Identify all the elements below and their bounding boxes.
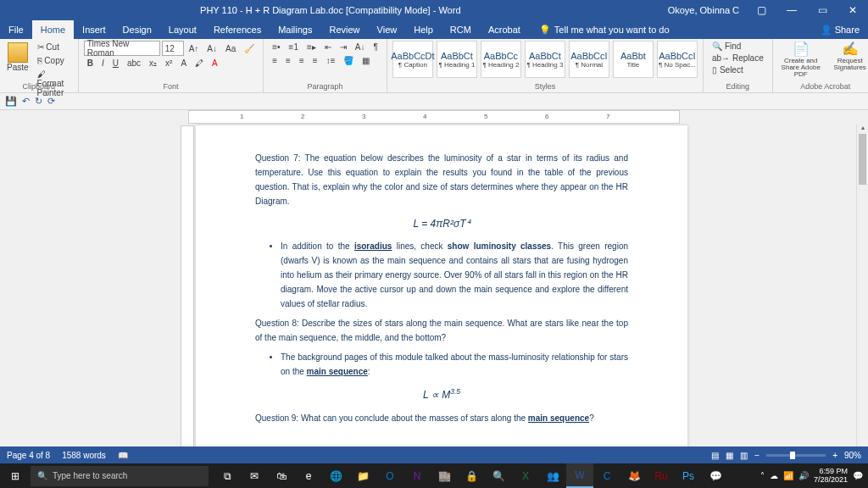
app-chat-icon[interactable]: 💬 bbox=[702, 463, 729, 488]
increase-indent-button[interactable]: ⇥ bbox=[337, 41, 350, 53]
bold-button[interactable]: B bbox=[84, 57, 97, 69]
horizontal-ruler[interactable]: 1234567 bbox=[0, 110, 868, 124]
font-color-button[interactable]: A bbox=[209, 57, 221, 69]
style-6[interactable]: AaBbCcI¶ No Spac... bbox=[657, 41, 698, 78]
multilevel-button[interactable]: ≡▸ bbox=[303, 41, 320, 53]
web-layout-button[interactable]: ▥ bbox=[740, 451, 748, 460]
app-search2-icon[interactable]: 🔍 bbox=[485, 463, 512, 488]
page-count[interactable]: Page 4 of 8 bbox=[7, 451, 50, 460]
shading-button[interactable]: 🪣 bbox=[340, 54, 357, 67]
tab-design[interactable]: Design bbox=[114, 20, 160, 39]
app-vscode-icon[interactable]: C bbox=[593, 463, 620, 488]
minimize-icon[interactable]: — bbox=[776, 4, 807, 16]
tab-home[interactable]: Home bbox=[32, 20, 74, 39]
undo-button[interactable]: ↶ bbox=[22, 96, 30, 107]
style-1[interactable]: AaBbCt¶ Heading 1 bbox=[437, 41, 477, 78]
style-3[interactable]: AaBbCt¶ Heading 3 bbox=[525, 41, 565, 78]
scroll-thumb[interactable] bbox=[859, 134, 866, 185]
app-ie-icon[interactable]: e bbox=[295, 463, 322, 488]
align-center-button[interactable]: ≡ bbox=[282, 54, 294, 67]
cut-button[interactable]: ✂ Cut bbox=[34, 41, 73, 53]
tray-chevron-icon[interactable]: ˄ bbox=[760, 471, 765, 480]
grow-font-button[interactable]: A↑ bbox=[186, 42, 203, 55]
print-layout-button[interactable]: ▦ bbox=[726, 451, 733, 460]
italic-button[interactable]: I bbox=[98, 57, 108, 69]
app-security-icon[interactable]: 🔒 bbox=[458, 463, 485, 488]
refresh-button[interactable]: ⟳ bbox=[47, 96, 55, 107]
save-button[interactable]: 💾 bbox=[5, 96, 17, 107]
tray-cloud-icon[interactable]: ☁ bbox=[770, 471, 778, 480]
change-case-button[interactable]: Aa bbox=[222, 42, 239, 55]
app-explorer-icon[interactable]: 📁 bbox=[349, 463, 376, 488]
justify-button[interactable]: ≡ bbox=[309, 54, 321, 67]
shrink-font-button[interactable]: A↓ bbox=[203, 42, 220, 55]
taskbar-clock[interactable]: 6:59 PM 7/28/2021 bbox=[814, 468, 848, 485]
style-5[interactable]: AaBbtTitle bbox=[613, 41, 654, 78]
bullets-button[interactable]: ≡• bbox=[269, 41, 283, 53]
scroll-up-icon[interactable]: ▴ bbox=[857, 124, 868, 134]
line-spacing-button[interactable]: ↕≡ bbox=[323, 54, 339, 67]
text-effects-button[interactable]: A bbox=[177, 57, 190, 69]
tab-insert[interactable]: Insert bbox=[74, 20, 114, 39]
subscript-button[interactable]: x₂ bbox=[146, 57, 160, 69]
borders-button[interactable]: ▦ bbox=[359, 54, 373, 67]
underline-button[interactable]: U bbox=[109, 57, 122, 69]
style-2[interactable]: AaBbCc¶ Heading 2 bbox=[481, 41, 521, 78]
sort-button[interactable]: A↓ bbox=[352, 41, 369, 53]
find-button[interactable]: 🔍 Find bbox=[709, 41, 767, 52]
tray-sound-icon[interactable]: 🔊 bbox=[798, 471, 809, 480]
adobe-request-icon[interactable]: ✍ bbox=[842, 41, 859, 57]
close-icon[interactable]: ✕ bbox=[837, 4, 868, 16]
style-4[interactable]: AaBbCcI¶ Normal bbox=[569, 41, 609, 78]
app-ps-icon[interactable]: Ps bbox=[675, 463, 702, 488]
tell-me-search[interactable]: 💡 Tell me what you want to do bbox=[539, 25, 670, 36]
tab-help[interactable]: Help bbox=[405, 20, 442, 39]
zoom-level[interactable]: 90% bbox=[844, 451, 861, 460]
start-button[interactable]: ⊞ bbox=[0, 470, 31, 482]
tray-wifi-icon[interactable]: 📶 bbox=[783, 471, 793, 480]
copy-button[interactable]: ⎘ Copy bbox=[34, 54, 73, 67]
spellcheck-icon[interactable]: 📖 bbox=[118, 451, 128, 460]
tab-review[interactable]: Review bbox=[321, 20, 369, 39]
tab-view[interactable]: View bbox=[369, 20, 406, 39]
app-firefox-icon[interactable]: 🦊 bbox=[620, 463, 648, 488]
numbering-button[interactable]: ≡1 bbox=[286, 41, 302, 53]
app-mail-icon[interactable]: ✉ bbox=[241, 463, 268, 488]
font-name-select[interactable]: Times New Roman bbox=[84, 41, 160, 56]
highlight-button[interactable]: 🖍 bbox=[192, 57, 207, 69]
tab-mailings[interactable]: Mailings bbox=[270, 20, 320, 39]
superscript-button[interactable]: x² bbox=[162, 57, 175, 69]
app-outlook-icon[interactable]: O bbox=[376, 463, 403, 488]
app-onenote-icon[interactable]: N bbox=[403, 463, 431, 488]
zoom-in-button[interactable]: + bbox=[832, 451, 837, 460]
document-page[interactable]: Question 7: The equation below describes… bbox=[196, 125, 687, 463]
share-button[interactable]: 👤 Share bbox=[812, 25, 868, 36]
align-left-button[interactable]: ≡ bbox=[269, 54, 281, 67]
app-teams-icon[interactable]: 👥 bbox=[539, 463, 566, 488]
align-right-button[interactable]: ≡ bbox=[296, 54, 308, 67]
select-button[interactable]: ▯ Select bbox=[709, 64, 767, 75]
tab-layout[interactable]: Layout bbox=[160, 20, 205, 39]
zoom-slider[interactable] bbox=[766, 454, 826, 457]
app-store-icon[interactable]: 🛍 bbox=[268, 463, 295, 488]
notifications-icon[interactable]: 💬 bbox=[853, 471, 863, 480]
strikethrough-button[interactable]: abc bbox=[124, 57, 144, 69]
show-marks-button[interactable]: ¶ bbox=[370, 41, 381, 53]
clear-formatting-button[interactable]: 🧹 bbox=[241, 42, 258, 55]
tab-rcm[interactable]: RCM bbox=[442, 20, 480, 39]
maximize-icon[interactable]: ▭ bbox=[807, 4, 837, 16]
font-size-select[interactable]: 12 bbox=[162, 41, 184, 56]
app-excel-icon[interactable]: X bbox=[512, 463, 539, 488]
tab-file[interactable]: File bbox=[0, 20, 32, 39]
ribbon-options-icon[interactable]: ▢ bbox=[746, 4, 776, 16]
app-store2-icon[interactable]: 🏬 bbox=[431, 463, 458, 488]
zoom-out-button[interactable]: − bbox=[754, 451, 760, 460]
app-ru-icon[interactable]: Ru bbox=[648, 463, 675, 488]
replace-button[interactable]: ab→ Replace bbox=[709, 53, 767, 64]
app-word-icon[interactable]: W bbox=[566, 463, 593, 488]
repeat-button[interactable]: ↻ bbox=[35, 96, 42, 107]
tab-acrobat[interactable]: Acrobat bbox=[480, 20, 529, 39]
style-0[interactable]: AaBbCcDt¶ Caption bbox=[392, 41, 433, 78]
adobe-create-icon[interactable]: 📄 bbox=[793, 41, 810, 57]
zoom-handle[interactable] bbox=[790, 452, 795, 459]
